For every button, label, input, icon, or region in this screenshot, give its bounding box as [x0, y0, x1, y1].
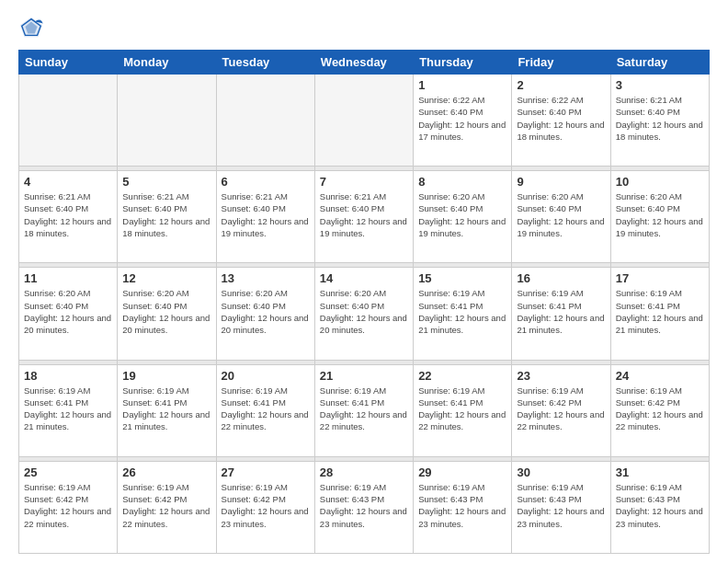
weekday-header: Sunday — [19, 51, 118, 75]
calendar-cell: 15Sunrise: 6:19 AM Sunset: 6:41 PM Dayli… — [414, 268, 512, 360]
day-number: 29 — [418, 465, 506, 479]
day-number: 5 — [122, 175, 210, 189]
day-number: 12 — [122, 271, 210, 285]
day-info: Sunrise: 6:19 AM Sunset: 6:43 PM Dayligh… — [517, 481, 605, 530]
day-number: 6 — [222, 175, 310, 189]
calendar-cell: 31Sunrise: 6:19 AM Sunset: 6:43 PM Dayli… — [610, 461, 709, 553]
calendar-cell — [118, 75, 216, 167]
calendar-cell: 21Sunrise: 6:19 AM Sunset: 6:41 PM Dayli… — [314, 364, 413, 456]
day-info: Sunrise: 6:19 AM Sunset: 6:42 PM Dayligh… — [122, 481, 210, 530]
calendar-cell: 8Sunrise: 6:20 AM Sunset: 6:40 PM Daylig… — [414, 171, 512, 263]
weekday-header-row: SundayMondayTuesdayWednesdayThursdayFrid… — [19, 51, 710, 75]
day-info: Sunrise: 6:19 AM Sunset: 6:41 PM Dayligh… — [616, 287, 704, 336]
day-info: Sunrise: 6:21 AM Sunset: 6:40 PM Dayligh… — [24, 190, 112, 239]
weekday-header: Tuesday — [216, 51, 314, 75]
calendar-cell: 29Sunrise: 6:19 AM Sunset: 6:43 PM Dayli… — [414, 461, 512, 553]
day-info: Sunrise: 6:19 AM Sunset: 6:41 PM Dayligh… — [122, 385, 210, 433]
logo — [18, 15, 48, 40]
day-info: Sunrise: 6:20 AM Sunset: 6:40 PM Dayligh… — [24, 287, 112, 336]
day-number: 7 — [320, 175, 408, 189]
day-number: 9 — [517, 175, 605, 189]
day-number: 28 — [320, 465, 408, 479]
calendar-cell: 14Sunrise: 6:20 AM Sunset: 6:40 PM Dayli… — [314, 268, 413, 360]
day-info: Sunrise: 6:20 AM Sunset: 6:40 PM Dayligh… — [616, 190, 704, 239]
day-number: 21 — [320, 369, 408, 383]
calendar-cell: 5Sunrise: 6:21 AM Sunset: 6:40 PM Daylig… — [118, 171, 216, 263]
calendar-cell: 2Sunrise: 6:22 AM Sunset: 6:40 PM Daylig… — [512, 75, 610, 167]
day-number: 8 — [418, 175, 506, 189]
day-number: 3 — [616, 78, 704, 92]
day-info: Sunrise: 6:19 AM Sunset: 6:42 PM Dayligh… — [24, 481, 112, 530]
weekday-header: Saturday — [610, 51, 709, 75]
calendar-cell: 6Sunrise: 6:21 AM Sunset: 6:40 PM Daylig… — [216, 171, 314, 263]
calendar-cell: 11Sunrise: 6:20 AM Sunset: 6:40 PM Dayli… — [19, 268, 118, 360]
day-info: Sunrise: 6:21 AM Sunset: 6:40 PM Dayligh… — [222, 190, 310, 239]
calendar-week-row: 18Sunrise: 6:19 AM Sunset: 6:41 PM Dayli… — [19, 364, 710, 456]
day-info: Sunrise: 6:22 AM Sunset: 6:40 PM Dayligh… — [418, 94, 506, 143]
day-number: 24 — [616, 369, 704, 383]
day-number: 15 — [418, 271, 506, 285]
calendar-cell: 22Sunrise: 6:19 AM Sunset: 6:41 PM Dayli… — [414, 364, 512, 456]
calendar-cell: 18Sunrise: 6:19 AM Sunset: 6:41 PM Dayli… — [19, 364, 118, 456]
day-info: Sunrise: 6:20 AM Sunset: 6:40 PM Dayligh… — [517, 190, 605, 239]
calendar-week-row: 25Sunrise: 6:19 AM Sunset: 6:42 PM Dayli… — [19, 461, 710, 553]
day-number: 16 — [517, 271, 605, 285]
calendar-cell: 24Sunrise: 6:19 AM Sunset: 6:42 PM Dayli… — [610, 364, 709, 456]
day-info: Sunrise: 6:19 AM Sunset: 6:41 PM Dayligh… — [24, 385, 112, 433]
day-info: Sunrise: 6:19 AM Sunset: 6:43 PM Dayligh… — [418, 481, 506, 530]
day-number: 20 — [222, 369, 310, 383]
calendar-cell: 4Sunrise: 6:21 AM Sunset: 6:40 PM Daylig… — [19, 171, 118, 263]
day-number: 14 — [320, 271, 408, 285]
calendar-cell: 25Sunrise: 6:19 AM Sunset: 6:42 PM Dayli… — [19, 461, 118, 553]
calendar-cell — [314, 75, 413, 167]
day-number: 25 — [24, 465, 112, 479]
calendar-cell: 9Sunrise: 6:20 AM Sunset: 6:40 PM Daylig… — [512, 171, 610, 263]
day-number: 13 — [222, 271, 310, 285]
calendar-cell: 27Sunrise: 6:19 AM Sunset: 6:42 PM Dayli… — [216, 461, 314, 553]
day-number: 4 — [24, 175, 112, 189]
day-number: 30 — [517, 465, 605, 479]
calendar-cell: 13Sunrise: 6:20 AM Sunset: 6:40 PM Dayli… — [216, 268, 314, 360]
weekday-header: Friday — [512, 51, 610, 75]
calendar-cell: 10Sunrise: 6:20 AM Sunset: 6:40 PM Dayli… — [610, 171, 709, 263]
day-number: 27 — [222, 465, 310, 479]
calendar-cell: 3Sunrise: 6:21 AM Sunset: 6:40 PM Daylig… — [610, 75, 709, 167]
calendar-cell: 17Sunrise: 6:19 AM Sunset: 6:41 PM Dayli… — [610, 268, 709, 360]
day-info: Sunrise: 6:19 AM Sunset: 6:42 PM Dayligh… — [616, 385, 704, 433]
page: SundayMondayTuesdayWednesdayThursdayFrid… — [0, 0, 728, 563]
day-info: Sunrise: 6:19 AM Sunset: 6:43 PM Dayligh… — [616, 481, 704, 530]
calendar-cell: 23Sunrise: 6:19 AM Sunset: 6:42 PM Dayli… — [512, 364, 610, 456]
weekday-header: Thursday — [414, 51, 512, 75]
day-number: 10 — [616, 175, 704, 189]
day-info: Sunrise: 6:19 AM Sunset: 6:43 PM Dayligh… — [320, 481, 408, 530]
day-info: Sunrise: 6:19 AM Sunset: 6:41 PM Dayligh… — [418, 385, 506, 433]
day-info: Sunrise: 6:21 AM Sunset: 6:40 PM Dayligh… — [616, 94, 704, 143]
day-number: 26 — [122, 465, 210, 479]
day-number: 18 — [24, 369, 112, 383]
weekday-header: Wednesday — [314, 51, 413, 75]
logo-icon — [18, 15, 44, 40]
day-info: Sunrise: 6:20 AM Sunset: 6:40 PM Dayligh… — [418, 190, 506, 239]
day-info: Sunrise: 6:20 AM Sunset: 6:40 PM Dayligh… — [320, 287, 408, 336]
day-number: 31 — [616, 465, 704, 479]
weekday-header: Monday — [118, 51, 216, 75]
calendar-week-row: 4Sunrise: 6:21 AM Sunset: 6:40 PM Daylig… — [19, 171, 710, 263]
calendar-cell: 26Sunrise: 6:19 AM Sunset: 6:42 PM Dayli… — [118, 461, 216, 553]
calendar-cell: 20Sunrise: 6:19 AM Sunset: 6:41 PM Dayli… — [216, 364, 314, 456]
calendar-table: SundayMondayTuesdayWednesdayThursdayFrid… — [18, 50, 710, 554]
calendar-cell: 7Sunrise: 6:21 AM Sunset: 6:40 PM Daylig… — [314, 171, 413, 263]
day-number: 11 — [24, 271, 112, 285]
calendar-cell: 1Sunrise: 6:22 AM Sunset: 6:40 PM Daylig… — [414, 75, 512, 167]
day-info: Sunrise: 6:20 AM Sunset: 6:40 PM Dayligh… — [222, 287, 310, 336]
calendar-cell: 30Sunrise: 6:19 AM Sunset: 6:43 PM Dayli… — [512, 461, 610, 553]
day-info: Sunrise: 6:19 AM Sunset: 6:42 PM Dayligh… — [517, 385, 605, 433]
calendar-week-row: 1Sunrise: 6:22 AM Sunset: 6:40 PM Daylig… — [19, 75, 710, 167]
calendar-cell: 28Sunrise: 6:19 AM Sunset: 6:43 PM Dayli… — [314, 461, 413, 553]
header — [18, 15, 710, 40]
day-number: 23 — [517, 369, 605, 383]
calendar-cell: 19Sunrise: 6:19 AM Sunset: 6:41 PM Dayli… — [118, 364, 216, 456]
day-info: Sunrise: 6:19 AM Sunset: 6:42 PM Dayligh… — [222, 481, 310, 530]
day-info: Sunrise: 6:19 AM Sunset: 6:41 PM Dayligh… — [418, 287, 506, 336]
calendar-cell: 16Sunrise: 6:19 AM Sunset: 6:41 PM Dayli… — [512, 268, 610, 360]
day-info: Sunrise: 6:22 AM Sunset: 6:40 PM Dayligh… — [517, 94, 605, 143]
